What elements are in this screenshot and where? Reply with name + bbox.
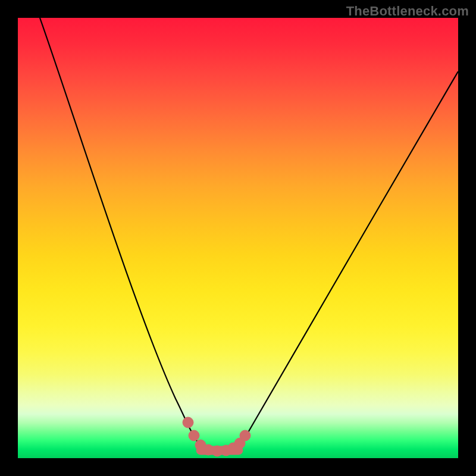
bottleneck-curve-path [40,18,458,450]
marker-dot [240,430,250,441]
chart-frame: TheBottleneck.com [0,0,476,476]
marker-dot [189,430,199,441]
marker-dot [183,417,193,428]
watermark-text: TheBottleneck.com [346,4,469,19]
marker-bar [196,446,243,455]
marker-group [183,417,250,456]
chart-svg [18,18,458,458]
